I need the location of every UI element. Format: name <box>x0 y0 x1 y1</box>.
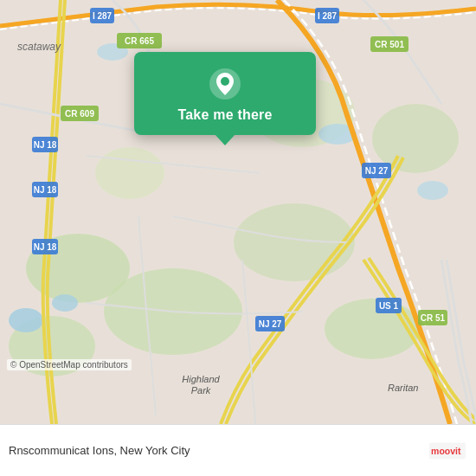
svg-text:US 1: US 1 <box>379 301 399 311</box>
svg-text:scataway: scataway <box>17 41 61 53</box>
svg-text:NJ 18: NJ 18 <box>34 140 57 150</box>
svg-point-43 <box>221 77 229 86</box>
svg-point-6 <box>95 147 164 199</box>
location-name: Rnscommunicat Ions, New York City <box>9 444 190 457</box>
svg-text:Highland: Highland <box>182 374 220 384</box>
svg-point-10 <box>52 294 78 312</box>
svg-text:CR 665: CR 665 <box>125 36 154 46</box>
svg-text:CR 609: CR 609 <box>65 109 94 119</box>
svg-text:I 287: I 287 <box>318 11 338 21</box>
svg-text:CR 51: CR 51 <box>421 313 446 323</box>
svg-text:NJ 18: NJ 18 <box>34 242 57 252</box>
svg-text:Raritan: Raritan <box>388 383 418 393</box>
svg-text:CR 501: CR 501 <box>375 40 404 49</box>
bottom-bar: Rnscommunicat Ions, New York City moovit <box>0 424 476 476</box>
popup-button-label: Take me there <box>177 107 272 123</box>
svg-text:moovit: moovit <box>431 446 461 456</box>
svg-text:NJ 27: NJ 27 <box>259 319 282 329</box>
location-pin-icon <box>209 68 241 100</box>
svg-text:Park: Park <box>191 385 211 396</box>
moovit-logo: moovit <box>429 439 466 463</box>
moovit-logo-svg: moovit <box>429 439 466 463</box>
osm-credit: © OpenStreetMap contributors <box>7 359 132 370</box>
svg-text:NJ 27: NJ 27 <box>365 166 389 176</box>
map-container: CR 665 I 287 I 287 CR 501 CR 609 NJ 18 N… <box>0 0 476 424</box>
svg-point-12 <box>417 181 448 200</box>
take-me-there-button[interactable]: Take me there <box>134 52 316 135</box>
svg-point-9 <box>9 308 43 332</box>
svg-text:I 287: I 287 <box>93 11 113 21</box>
svg-text:NJ 18: NJ 18 <box>34 185 57 195</box>
